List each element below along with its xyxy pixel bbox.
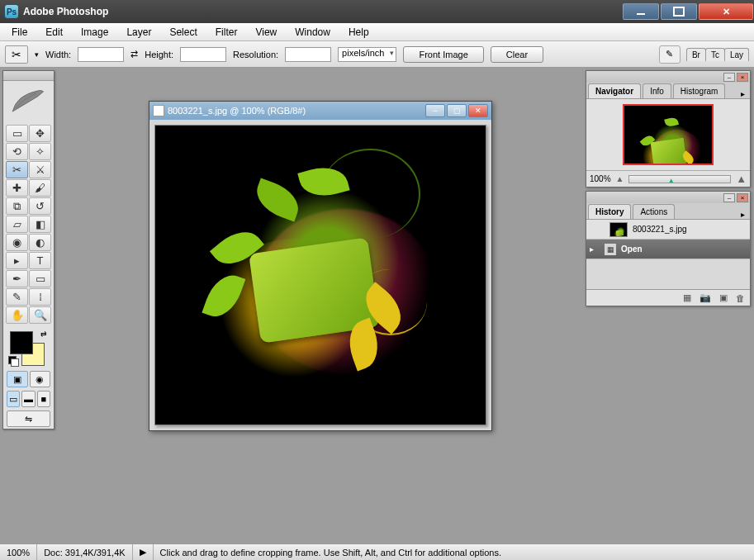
tab-navigator[interactable]: Navigator: [588, 83, 641, 98]
default-colors-icon[interactable]: [8, 356, 18, 366]
move-tool[interactable]: ✥: [29, 125, 51, 142]
navigator-thumbnail[interactable]: [623, 104, 714, 165]
tab-actions[interactable]: Actions: [633, 204, 675, 219]
new-snapshot-icon[interactable]: 📷: [699, 292, 711, 303]
panel-minimize-button[interactable]: –: [723, 193, 735, 202]
menu-image[interactable]: Image: [73, 25, 116, 40]
width-label: Width:: [45, 50, 71, 59]
shape-tool[interactable]: ▭: [29, 270, 51, 287]
new-state-icon[interactable]: ▣: [719, 292, 728, 303]
resolution-input[interactable]: [285, 47, 331, 62]
history-state-label: Open: [621, 244, 643, 254]
menu-select[interactable]: Select: [161, 25, 205, 40]
lasso-tool[interactable]: ⟲: [6, 143, 28, 160]
brush-tool[interactable]: 🖌: [29, 179, 51, 197]
quickmask-mode-button[interactable]: ◉: [30, 371, 51, 387]
swap-dimensions-icon[interactable]: ⇄: [130, 49, 138, 59]
clone-stamp-tool[interactable]: ⧉: [6, 197, 28, 215]
zoom-out-icon[interactable]: ▲: [616, 174, 624, 183]
height-input[interactable]: [180, 47, 226, 62]
menu-view[interactable]: View: [247, 25, 285, 40]
panel-minimize-button[interactable]: –: [723, 73, 735, 82]
new-document-from-state-icon[interactable]: ▦: [683, 292, 691, 303]
toolbox-panel: ▭ ✥ ⟲ ✧ ✂ ⚔ ✚ 🖌 ⧉ ↺ ▱ ◧ ◉ ◐ ▸ T ✒ ▭ ✎ ⁞ …: [2, 70, 55, 429]
pen-tool[interactable]: ✒: [6, 270, 28, 287]
well-tab-brushes[interactable]: Br: [686, 48, 706, 61]
history-thumbnail: [609, 222, 628, 237]
standard-mode-button[interactable]: ▣: [7, 371, 28, 387]
title-bar: Ps Adobe Photoshop: [0, 0, 754, 23]
doc-close-button[interactable]: ✕: [468, 104, 488, 117]
menu-file[interactable]: File: [3, 25, 36, 40]
marquee-tool[interactable]: ▭: [6, 125, 28, 142]
gradient-tool[interactable]: ◧: [29, 216, 51, 233]
tab-histogram[interactable]: Histogram: [673, 83, 726, 98]
notes-tool[interactable]: ✎: [6, 288, 28, 306]
panel-close-button[interactable]: ×: [737, 73, 748, 82]
slice-tool[interactable]: ⚔: [29, 161, 51, 178]
screen-fullmenu-button[interactable]: ▬: [21, 391, 35, 407]
screen-standard-button[interactable]: ▭: [7, 391, 20, 407]
panel-menu-icon[interactable]: ▸: [736, 89, 750, 98]
panel-menu-icon[interactable]: ▸: [736, 210, 750, 219]
menu-help[interactable]: Help: [340, 25, 377, 40]
screen-full-button[interactable]: ■: [37, 391, 50, 407]
clear-button[interactable]: Clear: [491, 46, 543, 63]
brush-preset-icon[interactable]: ✎: [659, 45, 680, 64]
toolbox-drag-handle[interactable]: [3, 71, 54, 81]
dodge-tool[interactable]: ◐: [29, 234, 51, 251]
type-tool[interactable]: T: [29, 252, 51, 269]
status-hint: Click and drag to define cropping frame.…: [154, 544, 508, 560]
navigator-zoom-value[interactable]: 100%: [590, 174, 611, 183]
history-brush-source-icon[interactable]: ▸: [590, 244, 600, 254]
status-menu-icon[interactable]: ▶: [133, 544, 154, 560]
history-panel: – × History Actions ▸ 8003221_s.jpg: [586, 191, 751, 306]
tab-history[interactable]: History: [588, 204, 631, 219]
jump-to-imageready-button[interactable]: ⇋: [7, 411, 50, 427]
tab-info[interactable]: Info: [643, 83, 671, 98]
menu-layer[interactable]: Layer: [118, 25, 159, 40]
delete-state-icon[interactable]: 🗑: [736, 293, 745, 303]
document-window: ▦ 8003221_s.jpg @ 100% (RGB/8#) – ▢ ✕: [149, 101, 492, 431]
history-source-row[interactable]: 8003221_s.jpg: [586, 220, 750, 240]
menu-edit[interactable]: Edit: [37, 25, 71, 40]
width-input[interactable]: [78, 47, 124, 62]
history-state-row[interactable]: ▸ ▦ Open: [586, 240, 750, 259]
history-brush-tool[interactable]: ↺: [29, 197, 51, 215]
zoom-slider[interactable]: [628, 175, 731, 183]
healing-brush-tool[interactable]: ✚: [6, 179, 28, 197]
status-docsize[interactable]: Doc: 391,4K/391,4K: [37, 544, 132, 560]
minimize-button[interactable]: [623, 3, 659, 20]
panel-dock: – × Navigator Info Histogram ▸: [586, 70, 751, 310]
open-state-icon: ▦: [605, 244, 616, 255]
active-tool-indicator[interactable]: ✂: [5, 45, 28, 64]
options-bar: ✂ ▾ Width: ⇄ Height: Resolution: pixels/…: [0, 41, 754, 68]
chevron-down-icon[interactable]: ▾: [35, 50, 39, 59]
swap-colors-icon[interactable]: ⇄: [40, 330, 47, 338]
path-select-tool[interactable]: ▸: [6, 252, 28, 269]
document-titlebar[interactable]: ▦ 8003221_s.jpg @ 100% (RGB/8#) – ▢ ✕: [149, 102, 491, 120]
status-zoom[interactable]: 100%: [0, 544, 37, 560]
maximize-button[interactable]: [661, 3, 697, 20]
crop-tool[interactable]: ✂: [6, 161, 28, 178]
eraser-tool[interactable]: ▱: [6, 216, 28, 233]
zoom-tool[interactable]: 🔍: [29, 306, 51, 324]
foreground-color[interactable]: [10, 331, 33, 354]
menu-filter[interactable]: Filter: [207, 25, 246, 40]
panel-close-button[interactable]: ×: [737, 193, 748, 202]
doc-minimize-button[interactable]: –: [425, 104, 445, 117]
well-tab-toolpresets[interactable]: Tc: [705, 48, 725, 61]
canvas[interactable]: [154, 125, 486, 425]
well-tab-layercomps[interactable]: Lay: [724, 48, 749, 61]
close-button[interactable]: [699, 3, 753, 20]
zoom-in-icon[interactable]: ▲: [736, 173, 747, 185]
blur-tool[interactable]: ◉: [6, 234, 28, 251]
menu-window[interactable]: Window: [287, 25, 339, 40]
document-icon: ▦: [153, 105, 164, 116]
hand-tool[interactable]: ✋: [6, 306, 28, 324]
doc-maximize-button[interactable]: ▢: [447, 104, 467, 117]
eyedropper-tool[interactable]: ⁞: [29, 288, 51, 306]
front-image-button[interactable]: Front Image: [403, 46, 483, 63]
magic-wand-tool[interactable]: ✧: [29, 143, 51, 160]
resolution-unit-select[interactable]: pixels/inch: [338, 47, 396, 62]
